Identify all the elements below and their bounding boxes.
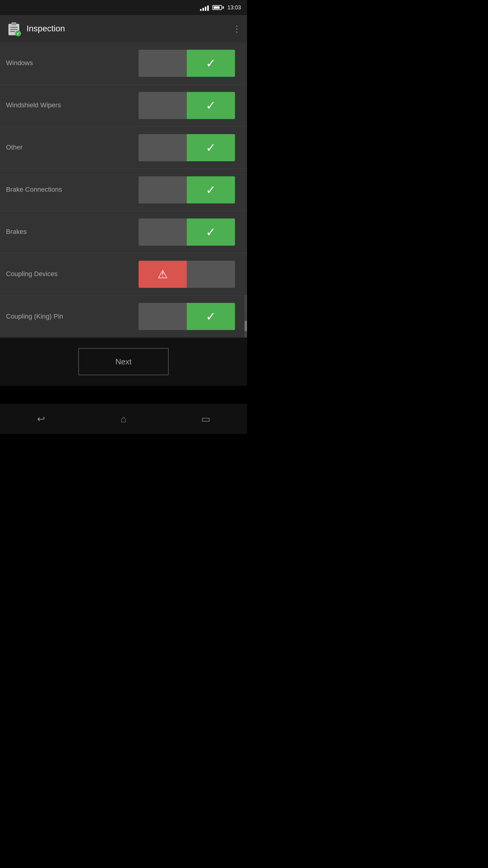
ok-btn-brakes[interactable]: ✓: [187, 218, 235, 246]
item-controls-coupling-devices: ⚠: [138, 261, 241, 288]
inspection-item-coupling-devices: Coupling Devices ⚠: [0, 253, 247, 296]
home-nav-button[interactable]: ⌂: [115, 410, 133, 428]
recent-nav-button[interactable]: ▭: [197, 410, 215, 428]
defect-btn-brakes[interactable]: [138, 218, 187, 246]
inspection-list: Windows ✓ Windshield Wipers ✓ Other ✓ Br…: [0, 42, 247, 338]
svg-rect-2: [10, 27, 18, 28]
ok-btn-windows[interactable]: ✓: [187, 50, 235, 77]
item-label-windows: Windows: [6, 59, 138, 67]
inspection-item-windshield-wipers: Windshield Wipers ✓: [0, 84, 247, 127]
defect-btn-brake-connections[interactable]: [138, 176, 187, 204]
svg-text:✓: ✓: [17, 31, 20, 36]
signal-icon: [200, 4, 209, 11]
app-title: Inspection: [27, 24, 65, 33]
inspection-item-other: Other ✓: [0, 127, 247, 169]
defect-btn-other[interactable]: [138, 134, 187, 161]
back-nav-button[interactable]: ↩: [32, 410, 50, 428]
checkmark-icon-other: ✓: [206, 142, 216, 154]
defect-btn-windows[interactable]: [138, 50, 187, 77]
checkmark-icon-brakes: ✓: [206, 226, 216, 238]
app-icon: ✓: [6, 21, 22, 36]
item-controls-brake-connections: ✓: [138, 176, 241, 204]
svg-rect-4: [10, 31, 15, 32]
item-label-coupling-devices: Coupling Devices: [6, 270, 138, 278]
checkmark-icon-windshield-wipers: ✓: [206, 99, 216, 112]
app-bar: ✓ Inspection ⋮: [0, 15, 247, 42]
ok-btn-coupling-king-pin[interactable]: ✓: [187, 303, 235, 330]
inspection-item-brake-connections: Brake Connections ✓: [0, 169, 247, 211]
checkmark-icon-windows: ✓: [206, 57, 216, 69]
svg-rect-1: [11, 22, 16, 25]
item-label-brake-connections: Brake Connections: [6, 185, 138, 194]
defect-btn-windshield-wipers[interactable]: [138, 92, 187, 119]
svg-rect-3: [10, 29, 18, 30]
checkmark-icon-coupling-king-pin: ✓: [206, 310, 216, 322]
inspection-item-brakes: Brakes ✓: [0, 211, 247, 253]
battery-icon: [213, 5, 224, 10]
inspection-item-coupling-king-pin: Coupling (King) Pin ✓: [0, 296, 247, 338]
item-label-coupling-king-pin: Coupling (King) Pin: [6, 312, 138, 321]
item-controls-coupling-king-pin: ✓: [138, 303, 241, 330]
bottom-nav: ↩ ⌂ ▭: [0, 404, 247, 434]
item-controls-windshield-wipers: ✓: [138, 92, 241, 119]
item-label-other: Other: [6, 143, 138, 152]
item-controls-brakes: ✓: [138, 218, 241, 246]
defect-btn-coupling-king-pin[interactable]: [138, 303, 187, 330]
scrollbar-track: [245, 296, 247, 338]
ok-btn-coupling-devices[interactable]: [187, 261, 235, 288]
next-btn-area: Next: [0, 338, 247, 386]
item-label-brakes: Brakes: [6, 227, 138, 236]
status-time: 13:03: [227, 4, 241, 11]
more-options-icon[interactable]: ⋮: [233, 24, 241, 34]
scrollbar-thumb[interactable]: [245, 321, 247, 331]
status-bar: 13:03: [0, 0, 247, 15]
warning-icon-coupling-devices: ⚠: [158, 269, 168, 280]
inspection-item-windows: Windows ✓: [0, 42, 247, 84]
item-controls-other: ✓: [138, 134, 241, 161]
defect-btn-coupling-devices[interactable]: ⚠: [138, 261, 187, 288]
next-button[interactable]: Next: [78, 348, 169, 375]
ok-btn-brake-connections[interactable]: ✓: [187, 176, 235, 204]
item-controls-windows: ✓: [138, 50, 241, 77]
app-bar-left: ✓ Inspection: [6, 21, 65, 36]
ok-btn-windshield-wipers[interactable]: ✓: [187, 92, 235, 119]
ok-btn-other[interactable]: ✓: [187, 134, 235, 161]
checkmark-icon-brake-connections: ✓: [206, 184, 216, 196]
item-label-windshield-wipers: Windshield Wipers: [6, 101, 138, 110]
